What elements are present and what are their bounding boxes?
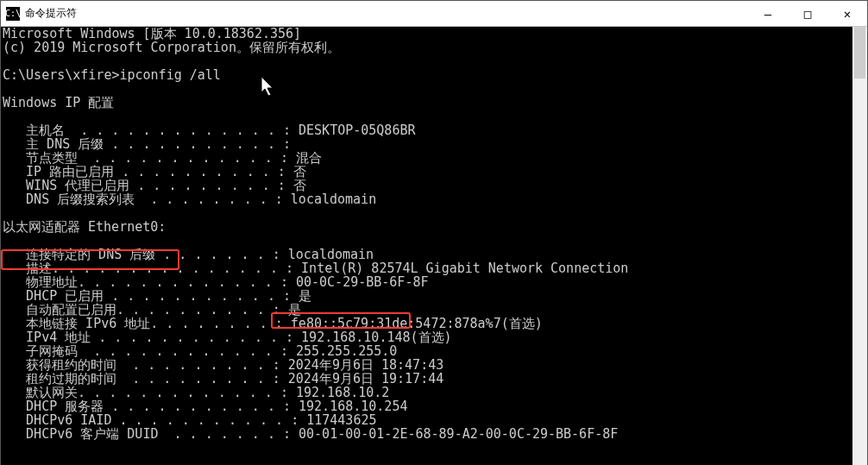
terminal-line: 默认网关. . . . . . . . . . . . . : 192.168.… (3, 386, 851, 399)
terminal-line (3, 234, 851, 248)
command-prompt-window: C:\ 命令提示符 — □ ✕ Microsoft Windows [版本 10… (0, 0, 868, 465)
terminal-line: IP 路由已启用 . . . . . . . . . . : 否 (3, 165, 851, 179)
terminal-line (3, 206, 851, 220)
app-icon: C:\ (6, 7, 20, 21)
close-button[interactable]: ✕ (827, 1, 867, 27)
terminal-line: 连接特定的 DNS 后缀 . . . . . . . : localdomain (3, 248, 851, 261)
terminal-line: IPv4 地址 . . . . . . . . . . . . : 192.16… (3, 330, 851, 344)
terminal-line: WINS 代理已启用 . . . . . . . . . : 否 (3, 179, 851, 192)
terminal-area: Microsoft Windows [版本 10.0.18362.356](c)… (1, 27, 867, 465)
terminal-line: DNS 后缀搜索列表 . . . . . . . . : localdomain (3, 192, 851, 206)
vertical-scrollbar[interactable] (852, 27, 867, 465)
terminal-line: 获得租约的时间 . . . . . . . . . : 2024年9月6日 18… (3, 358, 851, 372)
terminal-line: 以太网适配器 Ethernet0: (3, 220, 851, 234)
terminal-line: (c) 2019 Microsoft Corporation。保留所有权利。 (3, 41, 851, 54)
terminal-line: DHCPv6 IAID . . . . . . . . . . . : 1174… (3, 413, 851, 427)
terminal-line: Microsoft Windows [版本 10.0.18362.356] (3, 27, 851, 41)
minimize-button[interactable]: — (748, 1, 788, 27)
terminal-line: 自动配置已启用. . . . . . . . . . : 是 (3, 303, 851, 317)
terminal-line: 本地链接 IPv6 地址. . . . . . . . : fe80::5c79… (3, 317, 851, 330)
maximize-button[interactable]: □ (788, 1, 827, 27)
terminal-line (3, 54, 851, 68)
terminal-line: DHCPv6 客户端 DUID . . . . . . . : 00-01-00… (3, 427, 851, 441)
terminal-line: 子网掩码 . . . . . . . . . . . . : 255.255.2… (3, 344, 851, 358)
terminal-line: 节点类型 . . . . . . . . . . . . : 混合 (3, 151, 851, 165)
terminal-line: 主机名 . . . . . . . . . . . . . : DESKTOP-… (3, 123, 851, 137)
titlebar[interactable]: C:\ 命令提示符 — □ ✕ (1, 1, 867, 27)
window-title: 命令提示符 (25, 6, 748, 21)
terminal-line (3, 110, 851, 123)
terminal-line: 主 DNS 后缀 . . . . . . . . . . . : (3, 137, 851, 151)
scrollbar-thumb[interactable] (854, 27, 865, 79)
terminal-line: C:\Users\xfire>ipconfig /all (3, 68, 851, 82)
terminal-line: Windows IP 配置 (3, 96, 851, 110)
terminal-line: 物理地址. . . . . . . . . . . . . : 00-0C-29… (3, 275, 851, 289)
terminal-line: DHCP 已启用 . . . . . . . . . . . : 是 (3, 289, 851, 303)
window-controls: — □ ✕ (748, 1, 867, 27)
terminal-line: 描述. . . . . . . . . . . . . . . : Intel(… (3, 261, 851, 275)
terminal-line: 租约过期的时间 . . . . . . . . . : 2024年9月6日 19… (3, 372, 851, 386)
terminal-output[interactable]: Microsoft Windows [版本 10.0.18362.356](c)… (1, 27, 852, 465)
terminal-line: DHCP 服务器 . . . . . . . . . . . : 192.168… (3, 399, 851, 413)
terminal-line (3, 82, 851, 96)
